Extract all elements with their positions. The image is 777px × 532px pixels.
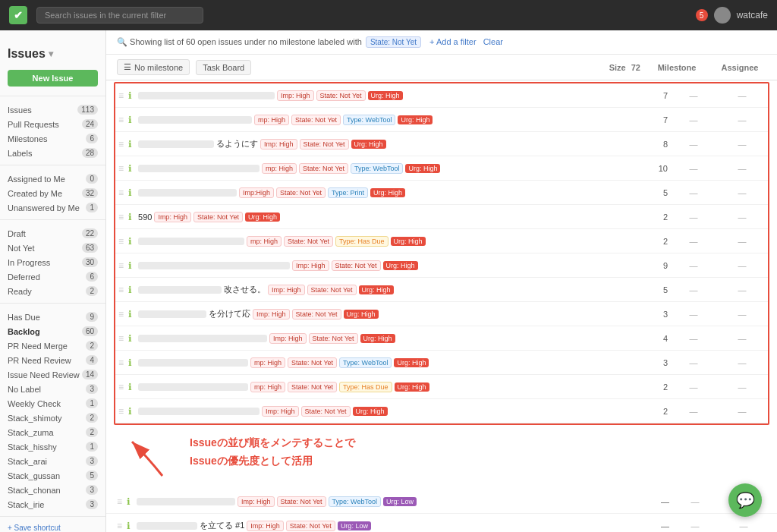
drag-handle-icon[interactable]: ≡: [118, 285, 124, 295]
drag-handle-icon[interactable]: ≡: [118, 187, 124, 198]
sidebar-item-assigned[interactable]: Assigned to Me 0: [0, 172, 105, 186]
sidebar-item-weeklycheck[interactable]: Weekly Check 1: [0, 396, 105, 411]
imp-high-tag[interactable]: Imp: High: [292, 260, 329, 271]
urg-high-tag[interactable]: Urg: High: [368, 91, 403, 100]
urg-high-tag[interactable]: Urg: High: [370, 188, 405, 197]
sidebar-item-createdby[interactable]: Created by Me 32: [0, 186, 105, 200]
save-shortcut-button[interactable]: + Save shortcut: [0, 521, 105, 532]
type-tag[interactable]: Type: WebTool: [343, 115, 395, 125]
urg-low-tag[interactable]: Urg: Low: [383, 497, 417, 506]
sidebar-item-ready[interactable]: Ready 2: [0, 284, 105, 298]
state-tag[interactable]: State: Not Yet: [309, 333, 358, 344]
sidebar-item-milestones[interactable]: Milestones 6: [0, 131, 105, 146]
new-issue-button[interactable]: New Issue: [8, 70, 98, 87]
urg-high-tag[interactable]: Urg: High: [245, 212, 280, 222]
imp-high-tag[interactable]: mp: High: [250, 357, 285, 368]
urg-high-tag[interactable]: Urg: High: [398, 115, 433, 124]
sidebar-item-unanswered[interactable]: Unanswered by Me 1: [0, 200, 105, 215]
drag-handle-icon[interactable]: ≡: [118, 163, 124, 174]
state-tag[interactable]: State: Not Yet: [277, 496, 326, 507]
urg-high-tag[interactable]: Urg: High: [360, 334, 395, 343]
sidebar-item-backlog[interactable]: Backlog 60: [0, 324, 105, 338]
urg-high-tag[interactable]: Urg: High: [383, 261, 418, 270]
state-tag[interactable]: State: Not Yet: [284, 236, 333, 247]
add-filter-link[interactable]: + Add a filter: [429, 37, 476, 46]
notification-badge[interactable]: 5: [696, 9, 708, 21]
state-tag[interactable]: State: Not Yet: [291, 115, 341, 125]
sidebar-item-labels[interactable]: Labels 28: [0, 146, 105, 160]
state-tag[interactable]: State: Not Yet: [307, 285, 357, 295]
drag-handle-icon[interactable]: ≡: [118, 260, 124, 271]
imp-high-tag[interactable]: Imp:High: [239, 187, 274, 198]
avatar[interactable]: [714, 7, 731, 24]
drag-handle-icon[interactable]: ≡: [118, 115, 124, 125]
state-tag[interactable]: State: Not Yet: [276, 187, 326, 198]
urg-high-tag[interactable]: Urg: High: [359, 285, 394, 294]
sidebar-item-prneedreview[interactable]: PR Need Review 4: [0, 353, 105, 367]
chat-fab-button[interactable]: 💬: [728, 483, 762, 517]
imp-high-tag[interactable]: Imp: High: [247, 521, 284, 531]
no-milestone-button[interactable]: ☰ No milestone: [117, 59, 190, 75]
imp-high-tag[interactable]: Imp: High: [268, 285, 305, 295]
state-tag[interactable]: State: Not Yet: [300, 139, 349, 150]
urg-high-tag[interactable]: Urg: High: [405, 164, 440, 173]
imp-high-tag[interactable]: Imp: High: [238, 496, 275, 507]
type-tag[interactable]: Type: Has Due: [339, 382, 392, 392]
type-tag[interactable]: Type: WebTool: [339, 357, 392, 368]
drag-handle-icon[interactable]: ≡: [117, 521, 122, 531]
state-tag[interactable]: State: Not Yet: [288, 382, 337, 392]
urg-high-tag[interactable]: Urg: High: [353, 407, 388, 416]
state-tag[interactable]: State: Not Yet: [332, 260, 381, 271]
sidebar-item-notyet[interactable]: Not Yet 63: [0, 241, 105, 255]
sidebar-item-stackirie[interactable]: Stack_irie 3: [0, 497, 105, 512]
state-tag[interactable]: State: Not Yet: [286, 521, 335, 531]
type-tag[interactable]: Type: WebTool: [351, 163, 403, 174]
clear-filter-link[interactable]: Clear: [483, 37, 503, 46]
drag-handle-icon[interactable]: ≡: [118, 309, 124, 320]
sidebar-item-inprogress[interactable]: In Progress 30: [0, 255, 105, 269]
sidebar-item-deferred[interactable]: Deferred 6: [0, 269, 105, 284]
drag-handle-icon[interactable]: ≡: [118, 90, 124, 101]
sidebar-item-issueneedreview[interactable]: Issue Need Review 14: [0, 367, 105, 382]
sidebar-item-nolabel[interactable]: No Label 3: [0, 382, 105, 396]
type-tag[interactable]: Type: Print: [328, 187, 368, 198]
search-input[interactable]: [36, 7, 203, 24]
sidebar-item-prneedmerge[interactable]: PR Need Merge 2: [0, 338, 105, 353]
sidebar-item-stackarai[interactable]: Stack_arai 3: [0, 454, 105, 468]
sidebar-item-pullrequests[interactable]: Pull Requests 24: [0, 117, 105, 131]
imp-high-tag[interactable]: Imp: High: [269, 333, 307, 344]
urg-high-tag[interactable]: Urg: High: [395, 382, 429, 392]
urg-high-tag[interactable]: Urg: High: [391, 237, 426, 246]
imp-high-tag[interactable]: mp: High: [262, 163, 297, 174]
imp-high-tag[interactable]: Imp: High: [253, 309, 290, 320]
sidebar-item-stackchonan[interactable]: Stack_chonan 3: [0, 483, 105, 497]
state-tag[interactable]: State: Not Yet: [316, 90, 366, 101]
imp-high-tag[interactable]: Imp: High: [277, 90, 314, 101]
drag-handle-icon[interactable]: ≡: [118, 406, 124, 417]
logo-icon[interactable]: ✔: [9, 6, 27, 24]
sidebar-item-issues[interactable]: Issues 113: [0, 102, 105, 117]
sidebar-item-stackgussan[interactable]: Stack_gussan 5: [0, 468, 105, 483]
urg-high-tag[interactable]: Urg: High: [344, 310, 379, 319]
urg-high-tag[interactable]: Urg: High: [394, 358, 429, 367]
imp-high-tag[interactable]: mp: High: [250, 382, 285, 392]
type-tag[interactable]: Type: WebTool: [329, 496, 381, 507]
state-tag[interactable]: State: Not Yet: [292, 309, 341, 320]
sidebar-item-stackhisshy[interactable]: Stack_hisshy 1: [0, 439, 105, 454]
drag-handle-icon[interactable]: ≡: [118, 382, 124, 392]
sidebar-item-hasdue[interactable]: Has Due 9: [0, 310, 105, 324]
drag-handle-icon[interactable]: ≡: [118, 139, 124, 150]
type-tag[interactable]: Type: Has Due: [335, 236, 388, 247]
drag-handle-icon[interactable]: ≡: [118, 236, 124, 247]
drag-handle-icon[interactable]: ≡: [118, 333, 124, 344]
sidebar-item-draft[interactable]: Draft 22: [0, 226, 105, 241]
task-board-button[interactable]: Task Board: [196, 60, 251, 75]
drag-handle-icon[interactable]: ≡: [117, 496, 122, 507]
drag-handle-icon[interactable]: ≡: [118, 357, 124, 368]
state-filter-tag[interactable]: State: Not Yet: [366, 36, 421, 48]
sidebar-item-stackshimoty[interactable]: Stack_shimoty 2: [0, 411, 105, 425]
state-tag[interactable]: State: Not Yet: [288, 357, 337, 368]
imp-high-tag[interactable]: mp: High: [254, 115, 289, 125]
urg-low-tag[interactable]: Urg: Low: [338, 521, 371, 530]
urg-high-tag[interactable]: Urg: High: [351, 140, 386, 149]
